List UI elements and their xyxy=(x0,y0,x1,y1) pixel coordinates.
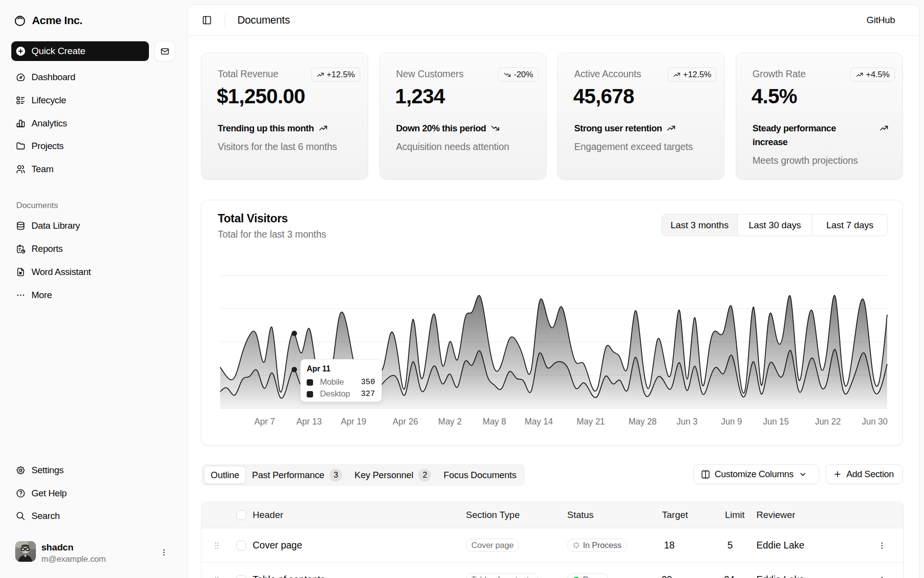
svg-text:Jun 22: Jun 22 xyxy=(815,417,841,426)
svg-text:May 8: May 8 xyxy=(483,417,506,426)
svg-text:Apr 7: Apr 7 xyxy=(255,417,275,426)
svg-text:May 28: May 28 xyxy=(629,417,657,426)
svg-text:Apr 26: Apr 26 xyxy=(393,417,418,426)
svg-text:Jun 9: Jun 9 xyxy=(721,417,742,426)
svg-text:May 21: May 21 xyxy=(577,417,605,426)
svg-text:Jun 15: Jun 15 xyxy=(763,417,789,426)
svg-text:Apr 13: Apr 13 xyxy=(296,417,322,426)
svg-text:May 2: May 2 xyxy=(438,417,462,426)
svg-text:May 14: May 14 xyxy=(525,417,553,426)
svg-text:Jun 30: Jun 30 xyxy=(862,417,888,426)
svg-text:Jun 3: Jun 3 xyxy=(676,417,697,426)
svg-text:Apr 19: Apr 19 xyxy=(341,417,367,426)
